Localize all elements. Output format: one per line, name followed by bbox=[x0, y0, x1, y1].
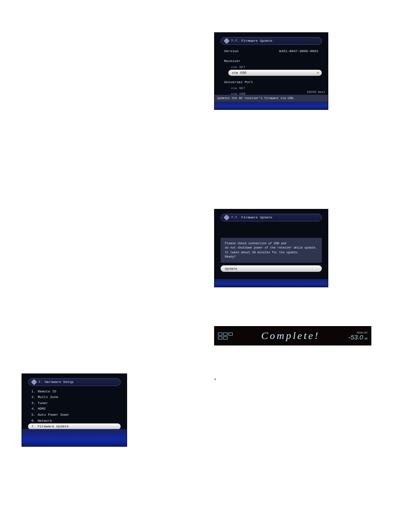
diamond-icon bbox=[224, 38, 230, 44]
hardware-setup-item[interactable]: 2. Multi Zone bbox=[28, 394, 121, 400]
update-button[interactable]: Update bbox=[221, 265, 322, 272]
panel3-title-bar: 7. Hardware Setup bbox=[28, 378, 121, 386]
panel2-title: 7-7. Firmware Update bbox=[231, 215, 272, 220]
fpd-indicator-icons bbox=[218, 333, 233, 339]
version-label: Version bbox=[224, 49, 239, 53]
asterisk-note: * bbox=[214, 377, 389, 384]
fpd-db: dB bbox=[364, 337, 367, 340]
panel3-title: 7. Hardware Setup bbox=[38, 380, 74, 385]
panel2-msg-line4: Ready? bbox=[225, 255, 318, 259]
diamond-icon bbox=[224, 215, 230, 221]
panel1-hint: Updates the AV receiver's firmware via U… bbox=[215, 95, 328, 102]
panel2-msg-line1: Please check connection of USB and bbox=[225, 241, 318, 246]
osd-panel-update-confirm: 7-7. Firmware Update Please check connec… bbox=[214, 209, 328, 287]
version-value: 0461-0047-0005-0061 bbox=[279, 49, 318, 54]
panel2-message: Please check connection of USB and do no… bbox=[221, 238, 322, 263]
universalport-group: Universal Port bbox=[221, 79, 322, 85]
panel1-hint-right: ENTER Next bbox=[215, 90, 328, 95]
receiver-group: Receiver bbox=[221, 58, 322, 64]
version-row: Version 0461-0047-0005-0061 bbox=[221, 48, 322, 54]
receiver-via-usb-label: via USB bbox=[232, 71, 246, 75]
hardware-setup-item[interactable]: 1. Remote ID bbox=[28, 389, 121, 395]
osd-panel-firmware-update: 7-7. Firmware Update Version 0461-0047-0… bbox=[214, 32, 328, 110]
update-button-label: Update bbox=[225, 267, 237, 271]
text-placeholder: . bbox=[22, 17, 197, 24]
hardware-setup-item[interactable]: 4. HDMI bbox=[28, 406, 121, 412]
diamond-icon bbox=[31, 379, 37, 385]
fpd-main-text: Complete! bbox=[261, 328, 320, 343]
hardware-setup-item[interactable]: 5. Auto Power Down bbox=[28, 412, 121, 418]
panel2-msg-line3: It takes about 30 minutes for the update… bbox=[225, 250, 318, 255]
fpd-volume: ANALOG -53.0 dB bbox=[349, 331, 367, 340]
receiver-via-usb-selected[interactable]: via USB ▶ bbox=[228, 70, 322, 76]
hardware-setup-item[interactable]: 7. Firmware Update bbox=[28, 423, 121, 429]
hardware-setup-item[interactable]: 6. Network bbox=[28, 418, 121, 424]
osd-panel-hardware-setup: 7. Hardware Setup 1. Remote ID2. Multi Z… bbox=[22, 373, 127, 447]
panel2-title-bar: 7-7. Firmware Update bbox=[221, 214, 322, 221]
panel1-title-bar: 7-7. Firmware Update bbox=[221, 37, 322, 45]
receiver-via-net[interactable]: via NET bbox=[221, 64, 322, 70]
panel3-menu-list: 1. Remote ID2. Multi Zone3. Tuner4. HDMI… bbox=[28, 389, 121, 429]
arrow-right-icon: ▶ bbox=[317, 70, 319, 75]
front-panel-display: Complete! ANALOG -53.0 dB bbox=[214, 326, 371, 345]
fpd-volume-value: -53.0 bbox=[349, 333, 363, 341]
panel2-msg-line2: do not shutdown power of the receiver wh… bbox=[225, 246, 318, 250]
hardware-setup-item[interactable]: 3. Tuner bbox=[28, 400, 121, 406]
panel1-title: 7-7. Firmware Update bbox=[231, 38, 272, 44]
